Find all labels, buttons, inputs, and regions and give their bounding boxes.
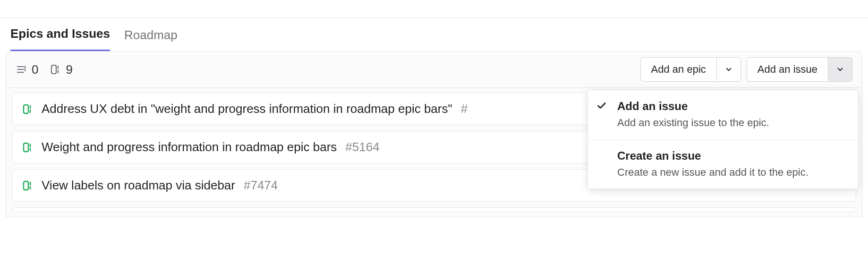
issue-open-icon bbox=[22, 103, 33, 115]
svg-rect-5 bbox=[24, 143, 28, 152]
dropdown-item-title: Add an issue bbox=[617, 100, 848, 113]
add-issue-group: Add an issue bbox=[747, 57, 852, 82]
add-epic-button[interactable]: Add an epic bbox=[640, 57, 716, 82]
svg-rect-4 bbox=[24, 105, 28, 113]
issue-open-icon bbox=[22, 180, 33, 191]
issue-count: 9 bbox=[50, 62, 72, 77]
dropdown-item-add-existing[interactable]: Add an issue Add an existing issue to th… bbox=[588, 90, 858, 139]
chevron-down-icon bbox=[724, 65, 733, 74]
issue-ref: #7474 bbox=[244, 178, 278, 193]
issue-count-value: 9 bbox=[66, 62, 72, 77]
add-epic-caret[interactable] bbox=[716, 57, 741, 82]
issue-icon bbox=[50, 64, 61, 75]
epic-icon bbox=[16, 64, 27, 75]
issue-title: Address UX debt in "weight and progress … bbox=[42, 102, 452, 116]
issue-ref: #5164 bbox=[345, 140, 379, 154]
add-issue-dropdown: Add an issue Add an existing issue to th… bbox=[587, 90, 859, 189]
check-icon bbox=[596, 101, 607, 111]
dropdown-item-desc: Create a new issue and add it to the epi… bbox=[617, 165, 848, 180]
issue-title: View labels on roadmap via sidebar bbox=[42, 178, 235, 193]
issue-title: Weight and progress information in roadm… bbox=[42, 140, 337, 154]
tab-roadmap[interactable]: Roadmap bbox=[124, 28, 178, 51]
tab-epics-issues[interactable]: Epics and Issues bbox=[10, 26, 110, 51]
toolbar-actions: Add an epic Add an issue bbox=[640, 57, 852, 82]
add-epic-group: Add an epic bbox=[640, 57, 741, 82]
counts: 0 9 bbox=[16, 62, 73, 77]
dropdown-item-title: Create an issue bbox=[617, 149, 848, 163]
tabs: Epics and Issues Roadmap bbox=[0, 18, 868, 51]
svg-rect-3 bbox=[51, 65, 56, 74]
dropdown-item-create-new[interactable]: Create an issue Create a new issue and a… bbox=[588, 139, 858, 189]
list-item bbox=[12, 207, 856, 212]
chevron-down-icon bbox=[836, 65, 844, 74]
epic-count: 0 bbox=[16, 62, 38, 77]
epic-count-value: 0 bbox=[32, 62, 38, 77]
issue-open-icon bbox=[22, 142, 33, 153]
dropdown-item-desc: Add an existing issue to the epic. bbox=[617, 116, 848, 130]
add-issue-button[interactable]: Add an issue bbox=[747, 57, 828, 82]
svg-rect-6 bbox=[24, 181, 28, 190]
toolbar: 0 9 Add an epic bbox=[6, 51, 862, 88]
add-issue-caret[interactable] bbox=[828, 57, 852, 82]
issue-ref: # bbox=[461, 102, 468, 116]
